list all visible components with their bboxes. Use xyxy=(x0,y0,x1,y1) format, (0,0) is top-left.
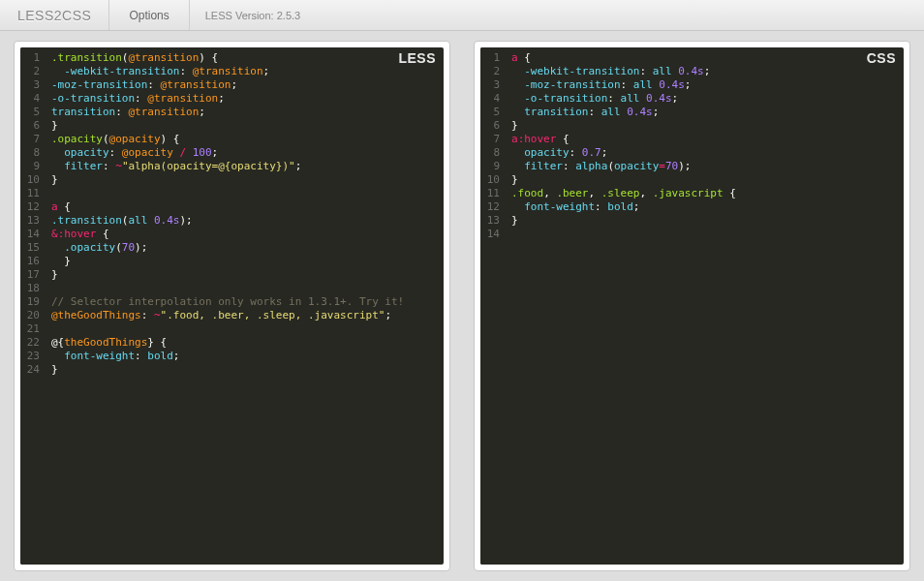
css-editor-label: CSS xyxy=(867,51,896,65)
less-panel: LESS 12345678910111213141516171819202122… xyxy=(14,41,450,571)
css-panel: CSS 1234567891011121314 a { -webkit-tran… xyxy=(474,41,910,571)
less-editor-label: LESS xyxy=(398,51,436,65)
less-version-label: LESS Version: 2.5.3 xyxy=(190,10,316,21)
less-code[interactable]: .transition(@transition) { -webkit-trans… xyxy=(47,47,444,565)
css-gutter: 1234567891011121314 xyxy=(480,47,508,565)
less-gutter: 123456789101112131415161718192021222324 xyxy=(20,47,47,565)
options-button[interactable]: Options xyxy=(109,0,189,30)
css-code[interactable]: a { -webkit-transition: all 0.4s; -moz-t… xyxy=(508,47,904,565)
workspace: LESS 12345678910111213141516171819202122… xyxy=(0,31,924,581)
css-editor[interactable]: CSS 1234567891011121314 a { -webkit-tran… xyxy=(480,47,904,565)
app-header: LESS2CSS Options LESS Version: 2.5.3 xyxy=(0,0,924,31)
app-brand: LESS2CSS xyxy=(0,0,109,30)
less-editor[interactable]: LESS 12345678910111213141516171819202122… xyxy=(20,47,444,565)
